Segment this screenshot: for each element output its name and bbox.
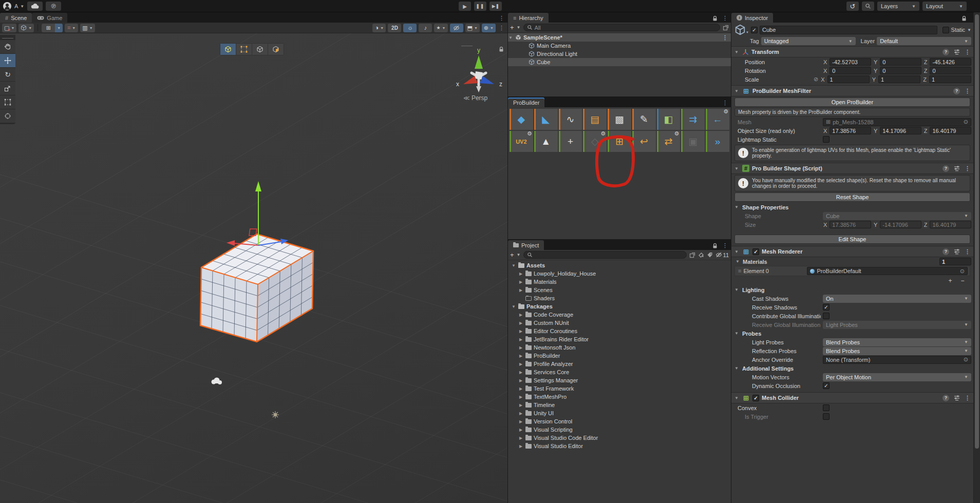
inspector-scrollbar[interactable]	[973, 12, 980, 503]
light-probes-dropdown[interactable]: Blend Probes▼	[823, 338, 971, 346]
flip-normals-button[interactable]: ← ⚙	[706, 109, 729, 130]
receive-shadows-checkbox[interactable]: ✓	[823, 304, 830, 311]
tab-inspector[interactable]: i Inspector	[731, 13, 773, 23]
mirror-objects-button[interactable]: ⇄ ⚙	[657, 131, 681, 152]
edit-shape-button[interactable]: Edit Shape	[734, 235, 970, 244]
lighting-foldout[interactable]: Lighting	[742, 287, 764, 293]
project-tree-row[interactable]: ▶ Code Coverage	[508, 311, 731, 319]
project-tree-row[interactable]: ▶ Profile Analyzer	[508, 360, 731, 368]
pivot-dropdown[interactable]: ▼	[18, 24, 34, 32]
pane-menu-icon[interactable]: ⋮	[722, 15, 728, 22]
project-tree-row[interactable]: ▶ Visual Studio Editor	[508, 442, 731, 450]
help-icon[interactable]: ?	[943, 395, 949, 401]
mesh-object-field[interactable]: ⊞pb_Mesh-15288⊙	[823, 118, 971, 126]
lock-icon[interactable]	[961, 15, 967, 22]
presets-icon[interactable]	[954, 165, 960, 171]
audio-toggle[interactable]: ♪	[419, 24, 432, 32]
step-button[interactable]: ▶❚	[489, 2, 502, 11]
create-dropdown[interactable]: ▼	[517, 253, 521, 257]
search-by-type-icon[interactable]	[698, 252, 704, 258]
pause-button[interactable]: ❚❚	[474, 2, 486, 11]
help-icon[interactable]: ?	[943, 248, 949, 255]
tab-scene[interactable]: # Scene	[0, 13, 32, 23]
object-picker-icon[interactable]: ⊙	[964, 356, 968, 363]
probes-foldout[interactable]: Probes	[742, 331, 761, 337]
triangulate-object-button[interactable]: ▲ ⚙	[534, 131, 558, 152]
transform-header[interactable]: ▼ Transform ?⋮	[731, 46, 973, 57]
object-picker-icon[interactable]: ⊙	[960, 268, 965, 275]
new-shape-tool-button[interactable]: ◆ ⚙	[510, 109, 533, 130]
help-icon[interactable]: ?	[953, 88, 960, 94]
help-icon[interactable]: ?	[943, 165, 949, 172]
renderer-enabled-checkbox[interactable]: ✓	[752, 248, 759, 255]
object-picker-icon[interactable]: ⊙	[964, 119, 968, 125]
help-icon[interactable]: ?	[943, 49, 949, 55]
anchor-override-field[interactable]: None (Transform)⊙	[823, 356, 971, 364]
scene-orientation-gizmo[interactable]: —— y x z ≪ Persp	[452, 41, 507, 108]
toolbar-overflow-icon[interactable]: ⋮	[499, 25, 504, 31]
face-mode-button[interactable]	[268, 44, 284, 55]
cloud-services-button[interactable]	[27, 2, 43, 11]
rotation-y-field[interactable]: 0	[880, 67, 921, 74]
component-menu-icon[interactable]: ⋮	[965, 248, 970, 255]
tag-dropdown[interactable]: Untagged▼	[761, 37, 856, 45]
object-mode-button[interactable]	[220, 44, 236, 55]
pane-menu-icon[interactable]: ⋮	[499, 15, 504, 22]
pane-menu-icon[interactable]: ⋮	[722, 100, 728, 106]
transform-tool[interactable]	[0, 109, 15, 123]
project-search-input[interactable]	[523, 251, 687, 259]
smoothing-editor-button[interactable]: ◧ ⚙	[657, 109, 681, 130]
project-tree-row[interactable]: ▶ Visual Scripting	[508, 425, 731, 434]
row-menu-icon[interactable]: ⋮	[722, 34, 731, 41]
cast-shadows-dropdown[interactable]: On▼	[823, 295, 971, 303]
overlay-drag-handle[interactable]: ——	[0, 35, 15, 40]
remove-material-button[interactable]: −	[957, 277, 968, 284]
hierarchy-row[interactable]: Directional Light ⋮	[508, 50, 731, 58]
search-by-label-icon[interactable]	[707, 252, 713, 258]
material-object-field[interactable]: ProBuilderDefault⊙	[807, 267, 968, 275]
tab-project[interactable]: Project	[508, 240, 544, 250]
link-scale-icon[interactable]: ⊘	[814, 76, 818, 83]
drag-handle-icon[interactable]: =	[738, 268, 741, 274]
material-editor-button[interactable]: ▤ ⚙	[583, 109, 607, 130]
presets-icon[interactable]	[954, 248, 960, 255]
project-tree-row[interactable]: ▶ ProBuilder	[508, 352, 731, 360]
project-tree-row[interactable]: ▶ Custom NUnit	[508, 319, 731, 327]
scale-y-field[interactable]: 1	[878, 75, 920, 83]
grid-snap-toggle[interactable]: ⊞	[42, 24, 55, 32]
project-tree-row[interactable]: ▶ Services Core	[508, 368, 731, 376]
static-dropdown[interactable]: ▼	[967, 28, 971, 32]
reflection-probes-dropdown[interactable]: Blend Probes▼	[823, 347, 971, 355]
scale-x-field[interactable]: 1	[827, 75, 870, 83]
scene-viewport[interactable]: —— ↻ ——	[0, 33, 507, 503]
component-menu-icon[interactable]: ⋮	[965, 395, 970, 401]
scale-tool[interactable]	[0, 82, 15, 95]
active-checkbox[interactable]: ✓	[751, 27, 758, 33]
layer-dropdown[interactable]: Default▼	[877, 37, 971, 45]
probuilder-about-button[interactable]: ℗	[46, 2, 61, 11]
hierarchy-row[interactable]: Cube ⋮	[508, 58, 731, 66]
hidden-packages-toggle[interactable]: 11	[715, 252, 729, 258]
play-button[interactable]: ▶	[459, 2, 471, 11]
lock-icon[interactable]	[712, 15, 718, 22]
projection-label[interactable]: Persp	[472, 94, 487, 102]
project-tree-row[interactable]: ▶ Visual Studio Code Editor	[508, 434, 731, 442]
collider-enabled-checkbox[interactable]: ✓	[752, 395, 759, 401]
component-menu-icon[interactable]: ⋮	[965, 88, 970, 94]
tab-hierarchy[interactable]: ≡ Hierarchy	[508, 13, 549, 23]
materials-count-field[interactable]: 1	[939, 258, 971, 265]
subdivide-object-button[interactable]: ⊞ ⚙	[608, 131, 631, 152]
contribute-gi-checkbox[interactable]	[823, 313, 830, 319]
presets-icon[interactable]	[954, 395, 960, 401]
scene-lighting-toggle[interactable]: ☼	[403, 24, 417, 32]
shading-mode-dropdown[interactable]: ◑▼	[372, 24, 386, 32]
grid-snap-dropdown[interactable]: ▼	[55, 24, 63, 32]
rect-tool[interactable]	[0, 95, 15, 109]
project-tree-row[interactable]: ▶ Lowpoly_Holiday_House	[508, 269, 731, 278]
lightmap-static-checkbox[interactable]	[823, 136, 830, 143]
project-tree-row[interactable]: ▶ Editor Coroutines	[508, 327, 731, 335]
merge-objects-button[interactable]: ▣ ⚙	[681, 131, 705, 152]
shape-script-header[interactable]: ▼ # Pro Builder Shape (Script) ?⋮	[731, 163, 973, 174]
tool-settings-dropdown[interactable]: ▢▼	[2, 24, 16, 32]
position-z-field[interactable]: -45.1426	[930, 58, 971, 66]
